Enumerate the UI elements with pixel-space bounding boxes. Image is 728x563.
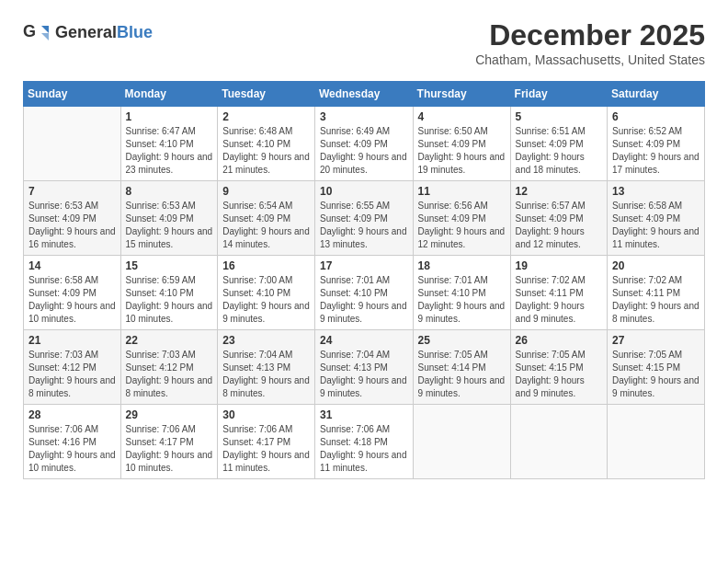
day-info: Sunrise: 7:00 AMSunset: 4:10 PMDaylight:…	[222, 274, 310, 326]
day-number: 18	[418, 259, 506, 272]
day-number: 14	[28, 259, 116, 272]
day-info: Sunrise: 6:56 AMSunset: 4:09 PMDaylight:…	[418, 200, 506, 251]
day-cell: 17Sunrise: 7:01 AMSunset: 4:10 PMDayligh…	[314, 256, 413, 330]
week-row: 21Sunrise: 7:03 AMSunset: 4:12 PMDayligh…	[24, 330, 705, 405]
day-number: 23	[222, 334, 310, 347]
day-cell	[510, 405, 607, 479]
week-row: 28Sunrise: 7:06 AMSunset: 4:16 PMDayligh…	[24, 405, 705, 479]
calendar-table: SundayMondayTuesdayWednesdayThursdayFrid…	[23, 81, 705, 479]
day-number: 25	[418, 334, 506, 347]
day-number: 20	[612, 259, 700, 272]
col-header-wednesday: Wednesday	[314, 82, 413, 107]
day-number: 4	[418, 110, 506, 123]
day-info: Sunrise: 7:06 AMSunset: 4:17 PMDaylight:…	[222, 423, 310, 475]
day-number: 11	[418, 185, 506, 198]
day-info: Sunrise: 6:55 AMSunset: 4:09 PMDaylight:…	[320, 200, 408, 251]
day-number: 8	[126, 185, 213, 198]
day-cell: 8Sunrise: 6:53 AMSunset: 4:09 PMDaylight…	[120, 181, 218, 256]
day-info: Sunrise: 7:02 AMSunset: 4:11 PMDaylight:…	[516, 274, 602, 326]
day-info: Sunrise: 6:53 AMSunset: 4:09 PMDaylight:…	[28, 200, 116, 251]
day-cell: 27Sunrise: 7:05 AMSunset: 4:15 PMDayligh…	[608, 330, 705, 405]
location: Chatham, Massachusetts, United States	[475, 52, 705, 67]
day-info: Sunrise: 7:01 AMSunset: 4:10 PMDaylight:…	[320, 274, 408, 326]
day-info: Sunrise: 6:50 AMSunset: 4:09 PMDaylight:…	[418, 125, 506, 177]
logo-general-text: General	[55, 24, 117, 40]
header: G GeneralBlue December 2025 Chatham, Mas…	[23, 18, 705, 67]
day-info: Sunrise: 6:58 AMSunset: 4:09 PMDaylight:…	[612, 200, 700, 251]
day-number: 27	[612, 334, 700, 347]
day-info: Sunrise: 7:03 AMSunset: 4:12 PMDaylight:…	[28, 349, 116, 400]
day-info: Sunrise: 6:51 AMSunset: 4:09 PMDaylight:…	[516, 125, 602, 177]
day-cell: 28Sunrise: 7:06 AMSunset: 4:16 PMDayligh…	[24, 405, 121, 479]
day-cell	[608, 405, 705, 479]
day-cell: 29Sunrise: 7:06 AMSunset: 4:17 PMDayligh…	[120, 405, 218, 479]
svg-marker-1	[41, 26, 49, 33]
day-info: Sunrise: 7:04 AMSunset: 4:13 PMDaylight:…	[320, 349, 408, 400]
day-number: 3	[320, 110, 408, 123]
day-number: 15	[126, 259, 213, 272]
day-cell: 15Sunrise: 6:59 AMSunset: 4:10 PMDayligh…	[120, 256, 218, 330]
day-info: Sunrise: 6:59 AMSunset: 4:10 PMDaylight:…	[126, 274, 213, 326]
day-cell: 11Sunrise: 6:56 AMSunset: 4:09 PMDayligh…	[413, 181, 510, 256]
day-cell: 24Sunrise: 7:04 AMSunset: 4:13 PMDayligh…	[314, 330, 413, 405]
title-area: December 2025 Chatham, Massachusetts, Un…	[475, 18, 705, 67]
day-number: 2	[222, 110, 310, 123]
day-cell: 22Sunrise: 7:03 AMSunset: 4:12 PMDayligh…	[120, 330, 218, 405]
day-number: 9	[222, 185, 310, 198]
day-info: Sunrise: 7:04 AMSunset: 4:13 PMDaylight:…	[222, 349, 310, 400]
day-number: 6	[612, 110, 700, 123]
col-header-thursday: Thursday	[413, 82, 510, 107]
day-cell: 10Sunrise: 6:55 AMSunset: 4:09 PMDayligh…	[314, 181, 413, 256]
day-cell: 6Sunrise: 6:52 AMSunset: 4:09 PMDaylight…	[608, 107, 705, 181]
logo-icon: G	[23, 18, 51, 46]
week-row: 1Sunrise: 6:47 AMSunset: 4:10 PMDaylight…	[24, 107, 705, 181]
day-info: Sunrise: 7:03 AMSunset: 4:12 PMDaylight:…	[126, 349, 213, 400]
day-number: 7	[28, 185, 116, 198]
day-number: 5	[516, 110, 602, 123]
day-number: 22	[126, 334, 213, 347]
day-cell	[413, 405, 510, 479]
day-info: Sunrise: 7:05 AMSunset: 4:14 PMDaylight:…	[418, 349, 506, 400]
day-info: Sunrise: 7:02 AMSunset: 4:11 PMDaylight:…	[612, 274, 700, 326]
day-cell: 1Sunrise: 6:47 AMSunset: 4:10 PMDaylight…	[120, 107, 218, 181]
day-number: 29	[126, 408, 213, 421]
day-cell	[24, 107, 121, 181]
day-number: 16	[222, 259, 310, 272]
day-number: 26	[516, 334, 602, 347]
day-number: 12	[516, 185, 602, 198]
day-cell: 7Sunrise: 6:53 AMSunset: 4:09 PMDaylight…	[24, 181, 121, 256]
logo: G GeneralBlue	[23, 18, 153, 46]
day-number: 10	[320, 185, 408, 198]
day-cell: 3Sunrise: 6:49 AMSunset: 4:09 PMDaylight…	[314, 107, 413, 181]
day-number: 30	[222, 408, 310, 421]
day-number: 19	[516, 259, 602, 272]
day-cell: 20Sunrise: 7:02 AMSunset: 4:11 PMDayligh…	[608, 256, 705, 330]
day-info: Sunrise: 7:06 AMSunset: 4:17 PMDaylight:…	[126, 423, 213, 475]
day-cell: 12Sunrise: 6:57 AMSunset: 4:09 PMDayligh…	[510, 181, 607, 256]
day-cell: 23Sunrise: 7:04 AMSunset: 4:13 PMDayligh…	[218, 330, 315, 405]
day-cell: 2Sunrise: 6:48 AMSunset: 4:10 PMDaylight…	[218, 107, 315, 181]
day-number: 31	[320, 408, 408, 421]
day-info: Sunrise: 6:57 AMSunset: 4:09 PMDaylight:…	[516, 200, 602, 251]
day-info: Sunrise: 6:49 AMSunset: 4:09 PMDaylight:…	[320, 125, 408, 177]
day-info: Sunrise: 6:58 AMSunset: 4:09 PMDaylight:…	[28, 274, 116, 326]
day-info: Sunrise: 6:47 AMSunset: 4:10 PMDaylight:…	[126, 125, 213, 177]
col-header-friday: Friday	[510, 82, 607, 107]
week-row: 14Sunrise: 6:58 AMSunset: 4:09 PMDayligh…	[24, 256, 705, 330]
day-number: 28	[28, 408, 116, 421]
day-info: Sunrise: 6:53 AMSunset: 4:09 PMDaylight:…	[126, 200, 213, 251]
day-cell: 13Sunrise: 6:58 AMSunset: 4:09 PMDayligh…	[608, 181, 705, 256]
day-info: Sunrise: 7:05 AMSunset: 4:15 PMDaylight:…	[516, 349, 602, 400]
col-header-monday: Monday	[120, 82, 218, 107]
day-cell: 25Sunrise: 7:05 AMSunset: 4:14 PMDayligh…	[413, 330, 510, 405]
col-header-tuesday: Tuesday	[218, 82, 315, 107]
day-cell: 16Sunrise: 7:00 AMSunset: 4:10 PMDayligh…	[218, 256, 315, 330]
day-number: 21	[28, 334, 116, 347]
day-info: Sunrise: 6:52 AMSunset: 4:09 PMDaylight:…	[612, 125, 700, 177]
day-cell: 4Sunrise: 6:50 AMSunset: 4:09 PMDaylight…	[413, 107, 510, 181]
svg-marker-2	[41, 33, 49, 40]
day-number: 17	[320, 259, 408, 272]
day-number: 24	[320, 334, 408, 347]
svg-text:G: G	[23, 22, 36, 40]
day-cell: 21Sunrise: 7:03 AMSunset: 4:12 PMDayligh…	[24, 330, 121, 405]
